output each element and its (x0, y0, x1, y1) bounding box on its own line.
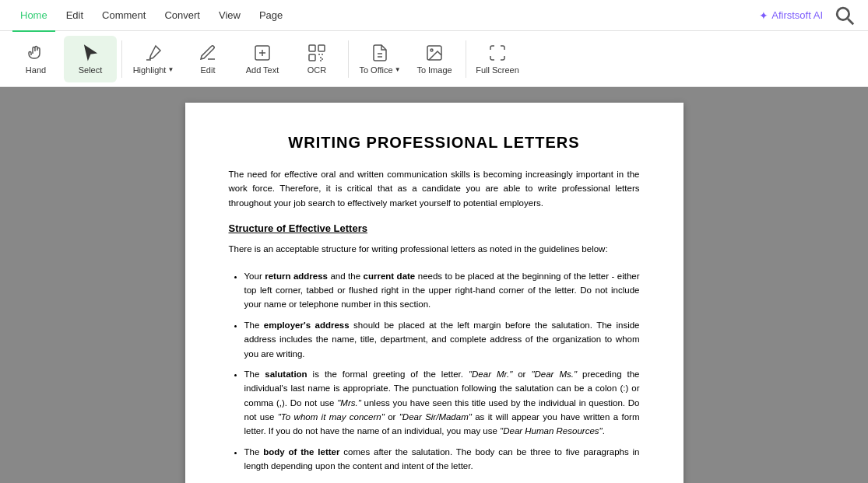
divider-2 (348, 40, 349, 78)
highlight-tool-button[interactable]: Highlight ▼ (127, 36, 180, 82)
list-item: The employer's address should be placed … (244, 318, 640, 361)
section1-title: Structure of Effective Letters (229, 222, 640, 234)
hand-tool-button[interactable]: Hand (9, 36, 62, 82)
divider-3 (466, 40, 466, 78)
svg-rect-8 (309, 54, 315, 61)
menu-view[interactable]: View (211, 5, 248, 26)
addtext-tool-button[interactable]: Add Text (236, 36, 289, 82)
fullscreen-icon (488, 44, 507, 62)
svg-line-1 (848, 19, 853, 24)
ai-star-icon: ✦ (759, 9, 768, 22)
toimage-label: To Image (416, 65, 452, 75)
tooffice-label: To Office ▼ (359, 65, 400, 75)
toolbar: Hand Select Highlight ▼ Edit Add (0, 31, 868, 87)
edit-tool-button[interactable]: Edit (181, 36, 234, 82)
ocr-tool-button[interactable]: OCR (290, 36, 343, 82)
addtext-icon (253, 44, 272, 62)
svg-point-0 (837, 8, 849, 19)
list-item: Paragraphs can be indented five spaces o… (244, 480, 640, 483)
ai-button[interactable]: ✦ Afirstsoft AI (751, 6, 831, 25)
list-item: Your return address and the current date… (244, 269, 640, 312)
list-item: The body of the letter comes after the s… (244, 445, 640, 474)
intro-paragraph: The need for effective oral and written … (229, 167, 640, 210)
highlight-label: Highlight ▼ (133, 65, 174, 75)
document-page: WRITING PROFESSIONAL LETTERS The need fo… (185, 103, 684, 483)
select-tool-button[interactable]: Select (64, 36, 117, 82)
document-title: WRITING PROFESSIONAL LETTERS (229, 134, 640, 152)
fullscreen-tool-button[interactable]: Full Screen (471, 36, 524, 82)
menu-comment[interactable]: Comment (94, 5, 153, 26)
tooffice-icon (371, 44, 389, 62)
edit-label: Edit (201, 65, 216, 75)
select-label: Select (79, 65, 103, 75)
highlight-icon (144, 44, 163, 62)
divider-1 (121, 40, 122, 78)
search-icon (834, 5, 856, 26)
section1-intro: There is an acceptable structure for wri… (229, 242, 640, 256)
tooffice-tool-button[interactable]: To Office ▼ (353, 36, 406, 82)
svg-rect-6 (309, 45, 315, 51)
menu-edit[interactable]: Edit (58, 5, 91, 26)
ai-label: Afirstsoft AI (771, 9, 823, 21)
toimage-icon (425, 44, 444, 62)
menu-home[interactable]: Home (12, 5, 55, 26)
fullscreen-label: Full Screen (476, 65, 519, 75)
ocr-label: OCR (307, 65, 326, 75)
svg-rect-7 (318, 45, 325, 51)
bullets-list: Your return address and the current date… (244, 269, 640, 483)
search-button[interactable] (834, 5, 856, 26)
select-icon (81, 44, 100, 62)
ocr-icon (307, 44, 326, 62)
document-area: WRITING PROFESSIONAL LETTERS The need fo… (0, 87, 868, 483)
menu-page[interactable]: Page (251, 5, 290, 26)
addtext-label: Add Text (246, 65, 279, 75)
hand-icon (26, 44, 45, 62)
menu-convert[interactable]: Convert (156, 5, 208, 26)
hand-label: Hand (26, 65, 46, 75)
svg-point-12 (430, 49, 433, 51)
edit-icon (199, 44, 217, 62)
list-item: The salutation is the formal greeting of… (244, 367, 640, 439)
toimage-tool-button[interactable]: To Image (408, 36, 461, 82)
menu-bar: Home Edit Comment Convert View Page ✦ Af… (0, 0, 868, 31)
